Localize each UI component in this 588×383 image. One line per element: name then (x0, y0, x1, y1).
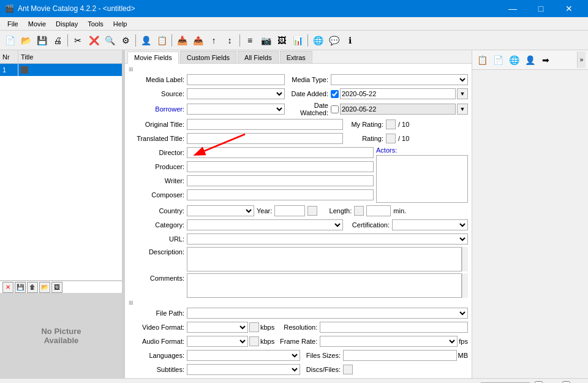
date-added-picker[interactable]: ▼ (457, 88, 468, 99)
print-button[interactable]: 🖨 (50, 33, 65, 48)
pic-save-icon[interactable]: 💾 (15, 282, 26, 293)
frame-rate-select[interactable] (320, 336, 458, 347)
date-added-checkbox[interactable] (331, 90, 339, 98)
left-panel: Nr Title 1 ✕ 💾 🗑 📂 🖼 No Picture (0, 50, 123, 378)
rating-spinner[interactable] (386, 134, 396, 143)
photo-button[interactable]: 📷 (258, 33, 273, 48)
cut-button[interactable]: ✂ (70, 33, 85, 48)
no-picture-area: No Picture Available (0, 293, 123, 378)
person-button[interactable]: 👤 (138, 33, 153, 48)
sort-button[interactable]: ↕ (222, 33, 237, 48)
actors-textarea[interactable] (376, 155, 468, 203)
pic-open-icon[interactable]: 📂 (39, 282, 50, 293)
fr-copy-button[interactable]: 📋 (475, 53, 489, 67)
table-row[interactable]: 1 (0, 64, 122, 76)
source-select[interactable] (187, 88, 285, 99)
menu-display[interactable]: Display (51, 19, 83, 29)
fr-user-button[interactable]: 👤 (522, 53, 537, 67)
chart-button[interactable]: 📊 (290, 33, 305, 48)
composer-input[interactable] (187, 189, 374, 200)
comments-textarea[interactable] (187, 273, 462, 298)
year-input[interactable] (274, 205, 305, 216)
new-button[interactable]: 📄 (2, 33, 17, 48)
date-added-input[interactable] (340, 88, 456, 99)
pic-delete-icon[interactable]: 🗑 (27, 282, 38, 293)
menu-movie[interactable]: Movie (23, 19, 51, 29)
certification-select[interactable] (392, 219, 468, 230)
window-title: Ant Movie Catalog 4.2.2 - <untitled> (18, 4, 135, 13)
my-rating-suffix: / 10 (398, 121, 409, 128)
web-button[interactable]: 🌐 (311, 33, 325, 48)
delete-button[interactable]: ❌ (86, 33, 101, 48)
borrower-select[interactable] (187, 104, 285, 115)
tab-bar: Movie Fields Custom Fields All Fields Ex… (125, 50, 472, 64)
date-watched-input[interactable] (340, 104, 456, 115)
tab-custom-fields[interactable]: Custom Fields (180, 51, 236, 63)
import-button[interactable]: 📥 (175, 33, 189, 48)
title-bar-content: 🎬 Ant Movie Catalog 4.2.2 - <untitled> (5, 4, 135, 13)
translated-title-input[interactable] (187, 133, 343, 144)
media-label-input[interactable] (187, 74, 285, 85)
search-button[interactable]: 🔍 (102, 33, 117, 48)
tab-movie-fields[interactable]: Movie Fields (127, 51, 179, 64)
media-type-select[interactable] (331, 74, 468, 85)
tab-extras[interactable]: Extras (280, 51, 312, 63)
fr-paste-button[interactable]: 📄 (491, 53, 505, 67)
arrow-up-button[interactable]: ↑ (206, 33, 221, 48)
pic-x-button[interactable]: ✕ (2, 282, 13, 293)
fr-web-button[interactable]: 🌐 (507, 53, 521, 67)
producer-input[interactable] (187, 161, 374, 172)
close-button[interactable]: ✕ (555, 0, 583, 17)
discs-files-spinner[interactable] (343, 365, 353, 374)
save-button[interactable]: 💾 (34, 33, 49, 48)
pic-image-icon[interactable]: 🖼 (51, 282, 62, 293)
year-spinner[interactable] (307, 206, 317, 216)
export-button[interactable]: 📤 (190, 33, 205, 48)
info-tb-button[interactable]: ℹ (342, 33, 357, 48)
image-button[interactable]: 🖼 (274, 33, 289, 48)
video-kbps-spinner[interactable] (249, 322, 259, 332)
list-button[interactable]: ≡ (243, 33, 257, 48)
country-label: Country: (129, 207, 187, 214)
collapse-panel-button[interactable]: » (577, 51, 586, 68)
length-spinner[interactable] (354, 206, 364, 216)
chat-button[interactable]: 💬 (326, 33, 341, 48)
comments-scrollbar[interactable] (462, 273, 468, 298)
audio-format-label: Audio Format: (129, 338, 187, 345)
url-select[interactable] (187, 233, 468, 245)
my-rating-spinner[interactable] (386, 119, 396, 129)
file-path-select[interactable] (187, 308, 468, 319)
audio-format-select[interactable] (187, 336, 248, 347)
description-textarea[interactable] (187, 247, 462, 271)
country-year-row: Country: Year: Length: min. (129, 205, 468, 217)
row-title (18, 64, 122, 76)
date-watched-checkbox[interactable] (331, 105, 339, 113)
menu-tools[interactable]: Tools (83, 19, 108, 29)
writer-input[interactable] (187, 175, 374, 186)
movie-list[interactable]: 1 (0, 64, 122, 280)
fr-arrow-button[interactable]: ➡ (538, 53, 553, 67)
source-label: Source: (129, 90, 187, 97)
description-scrollbar[interactable] (462, 247, 468, 271)
video-format-select[interactable] (187, 322, 248, 333)
director-input[interactable] (187, 147, 374, 158)
maximize-button[interactable]: □ (527, 0, 555, 17)
subtitles-select[interactable] (187, 364, 300, 375)
settings-button[interactable]: ⚙ (118, 33, 133, 48)
date-watched-picker[interactable]: ▼ (457, 104, 468, 115)
clipboard-button[interactable]: 📋 (154, 33, 169, 48)
length-input[interactable] (366, 205, 391, 216)
menu-file[interactable]: File (2, 19, 23, 29)
audio-kbps-spinner[interactable] (249, 336, 259, 346)
country-select[interactable] (187, 205, 254, 216)
open-button[interactable]: 📂 (18, 33, 33, 48)
menu-help[interactable]: Help (108, 19, 132, 29)
files-sizes-input[interactable] (343, 350, 457, 361)
composer-label: Composer: (129, 191, 187, 199)
tab-all-fields[interactable]: All Fields (238, 51, 279, 63)
original-title-input[interactable] (187, 119, 343, 130)
category-select[interactable] (187, 219, 343, 230)
minimize-button[interactable]: — (499, 0, 527, 17)
resolution-input[interactable] (320, 322, 468, 333)
languages-select[interactable] (187, 350, 300, 361)
